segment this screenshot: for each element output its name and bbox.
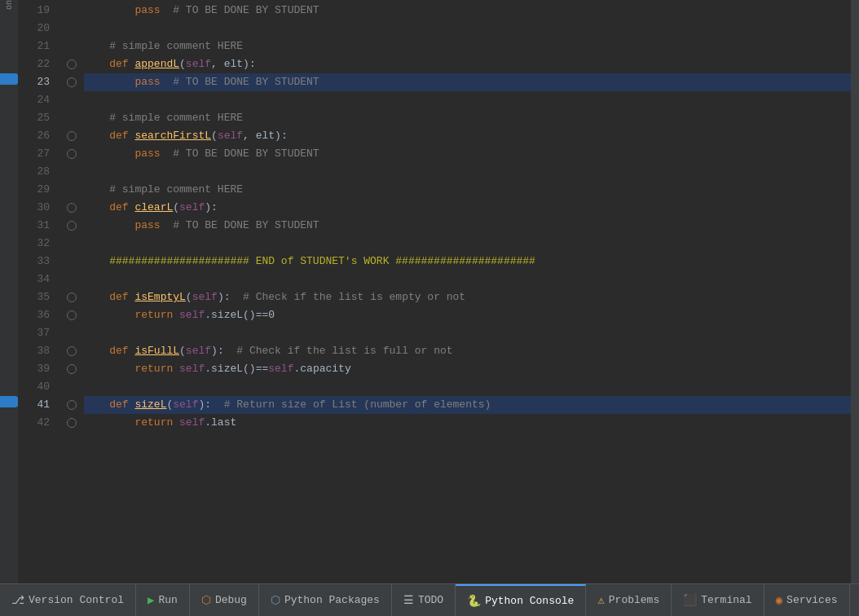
line-number-33: 33 <box>18 253 56 271</box>
line-number-35: 35 <box>18 288 56 306</box>
line-number-31: 31 <box>18 217 56 235</box>
sidebar-label-on: on <box>5 0 14 15</box>
run-icon: ▶ <box>148 593 154 607</box>
debug-pointer <box>0 396 18 407</box>
debug-icon: ⬡ <box>201 593 211 607</box>
code-line-22: def appendL(self, elt): <box>84 55 851 73</box>
gutter-line-27 <box>63 145 81 163</box>
line-number-37: 37 <box>18 324 56 342</box>
gutter-line-22 <box>63 55 81 73</box>
code-line-20 <box>84 20 851 37</box>
gutter-line-42 <box>63 414 81 432</box>
breakpoint-circle[interactable] <box>67 59 77 69</box>
gutter-line-32 <box>63 235 81 253</box>
line-number-41: 41 <box>18 396 56 414</box>
code-line-42: return self.last <box>84 414 851 432</box>
gutter-line-39 <box>63 360 81 378</box>
todo-label: TODO <box>418 594 443 606</box>
debug-label: Debug <box>215 594 247 606</box>
gutter-line-28 <box>63 163 81 181</box>
code-line-33: ###################### END of STUDNET's … <box>84 253 851 271</box>
left-sidebar-strip: on <box>0 0 18 583</box>
line-number-36: 36 <box>18 306 56 324</box>
gutter-line-38 <box>63 342 81 360</box>
python-console-label: Python Console <box>485 595 574 607</box>
breakpoint-circle[interactable] <box>67 77 77 87</box>
toolbar-terminal[interactable]: ⬛ Terminal <box>672 584 764 616</box>
breakpoint-circle[interactable] <box>67 310 77 320</box>
code-line-29: # simple comment HERE <box>84 181 851 199</box>
version-control-label: Version Control <box>29 594 124 606</box>
breakpoint-circle[interactable] <box>67 364 77 374</box>
code-line-32 <box>84 235 851 253</box>
toolbar-python-packages[interactable]: ⬡ Python Packages <box>259 584 392 616</box>
code-line-25: # simple comment HERE <box>84 109 851 127</box>
breakpoint-circle[interactable] <box>67 221 77 231</box>
line-number-34: 34 <box>18 271 56 288</box>
code-line-31: pass # TO BE DONE BY STUDENT <box>84 217 851 235</box>
toolbar-services[interactable]: ◉ Services <box>764 584 850 616</box>
code-line-21: # simple comment HERE <box>84 37 851 55</box>
breakpoint-circle[interactable] <box>67 149 77 159</box>
breakpoint-circle[interactable] <box>67 293 77 302</box>
problems-icon: ⚠ <box>597 593 604 607</box>
line-numbers: 1920212223242526272829303132333435363738… <box>18 0 63 583</box>
gutter-line-29 <box>63 181 81 199</box>
code-line-23: pass # TO BE DONE BY STUDENT <box>84 73 851 91</box>
line-number-38: 38 <box>18 342 56 360</box>
code-line-40 <box>84 378 851 396</box>
line-number-40: 40 <box>18 378 56 396</box>
line-number-22: 22 <box>18 55 56 73</box>
code-line-34 <box>84 271 851 288</box>
code-line-38: def isFullL(self): # Check if the list i… <box>84 342 851 360</box>
gutter-line-37 <box>63 324 81 342</box>
toolbar-version-control[interactable]: ⎇ Version Control <box>0 584 136 616</box>
code-line-19: pass # TO BE DONE BY STUDENT <box>84 2 851 20</box>
line-number-25: 25 <box>18 109 56 127</box>
toolbar-python-console[interactable]: 🐍 Python Console <box>456 584 586 616</box>
code-line-36: return self.sizeL()==0 <box>84 306 851 324</box>
code-line-28 <box>84 163 851 181</box>
bottom-toolbar: ⎇ Version Control ▶ Run ⬡ Debug ⬡ Python… <box>0 583 859 616</box>
line-number-24: 24 <box>18 91 56 109</box>
line-number-23: 23 <box>18 73 56 91</box>
problems-label: Problems <box>609 594 659 606</box>
gutter-line-25 <box>63 109 81 127</box>
scrollbar[interactable] <box>851 0 859 583</box>
gutter-line-19 <box>63 2 81 20</box>
breakpoint-circle[interactable] <box>67 400 77 410</box>
breakpoint-circle[interactable] <box>67 418 77 428</box>
code-content[interactable]: pass # TO BE DONE BY STUDENT # simple co… <box>81 0 851 583</box>
breakpoint-circle[interactable] <box>67 131 77 141</box>
line-number-21: 21 <box>18 37 56 55</box>
toolbar-todo[interactable]: ☰ TODO <box>392 584 456 616</box>
toolbar-debug[interactable]: ⬡ Debug <box>190 584 259 616</box>
line-number-30: 30 <box>18 199 56 217</box>
line-number-28: 28 <box>18 163 56 181</box>
code-line-39: return self.sizeL()==self.capacity <box>84 360 851 378</box>
editor-area: on 1920212223242526272829303132333435363… <box>0 0 859 583</box>
toolbar-run[interactable]: ▶ Run <box>136 584 190 616</box>
line-number-42: 42 <box>18 414 56 432</box>
line-number-29: 29 <box>18 181 56 199</box>
gutter-line-24 <box>63 91 81 109</box>
todo-icon: ☰ <box>403 593 414 607</box>
code-line-26: def searchFirstL(self, elt): <box>84 127 851 145</box>
services-label: Services <box>786 594 837 606</box>
python-console-icon: 🐍 <box>467 594 481 608</box>
breakpoint-circle[interactable] <box>67 203 77 213</box>
gutter-line-21 <box>63 37 81 55</box>
breakpoint-circle[interactable] <box>67 346 77 356</box>
toolbar-problems[interactable]: ⚠ Problems <box>586 584 672 616</box>
line-number-39: 39 <box>18 360 56 378</box>
python-packages-icon: ⬡ <box>271 593 280 607</box>
gutter-line-40 <box>63 378 81 396</box>
gutter-line-30 <box>63 199 81 217</box>
run-label: Run <box>158 594 177 606</box>
gutter-line-34 <box>63 271 81 288</box>
gutter-line-36 <box>63 306 81 324</box>
code-line-24 <box>84 91 851 109</box>
terminal-label: Terminal <box>701 594 751 606</box>
gutter-line-23 <box>63 73 81 91</box>
terminal-icon: ⬛ <box>683 593 697 607</box>
